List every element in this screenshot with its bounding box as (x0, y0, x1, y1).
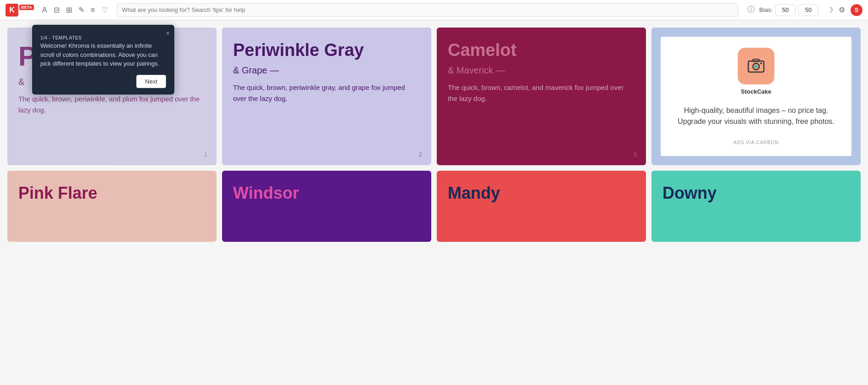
logo-area: K BETA (6, 4, 34, 17)
card-1-number: 1 (204, 151, 207, 158)
ad-logo (738, 48, 774, 84)
tooltip-close-button[interactable]: × (166, 29, 170, 37)
bias-input-1[interactable] (775, 4, 796, 16)
bias-label: Bias: (759, 6, 773, 13)
logo-k[interactable]: K (6, 4, 18, 17)
ad-inner[interactable]: StockCake High-quality, beautiful images… (661, 37, 851, 156)
settings-icon[interactable]: ⚙ (839, 6, 845, 14)
card-1-body: The quick, brown, periwinkle, and plum f… (18, 94, 206, 116)
color-card-3[interactable]: Camelot & Maverick — The quick, brown, c… (437, 28, 646, 165)
card-2-body: The quick, brown, periwinkle gray, and g… (233, 82, 420, 104)
color-card-ad: StockCake High-quality, beautiful images… (651, 28, 861, 165)
bottom-card-pink-flare[interactable]: Pink Flare (7, 171, 217, 242)
windsor-title: Windsor (233, 184, 420, 202)
svg-point-5 (760, 62, 762, 64)
tooltip-popup: 1/4 - TEMPLATES × Welcome! Khroma is ess… (32, 25, 174, 95)
search-input[interactable] (117, 3, 738, 17)
downy-title: Downy (662, 184, 850, 202)
card-3-title: Camelot (448, 40, 635, 61)
tooltip-step: 1/4 - TEMPLATES (40, 35, 82, 40)
heart-icon[interactable]: ♡ (101, 6, 108, 14)
dark-mode-icon[interactable]: ☽ (827, 6, 833, 14)
bottom-card-mandy[interactable]: Mandy (437, 171, 646, 242)
bias-input-2[interactable] (798, 4, 818, 16)
bottom-card-windsor[interactable]: Windsor (222, 171, 431, 242)
bias-section: Bias: (759, 4, 818, 16)
ad-footer: ADS VIA CARBON (734, 140, 779, 145)
pink-flare-title: Pink Flare (18, 184, 206, 202)
nav-icons: A ⊟ ⊞ ✎ ≡ ♡ (42, 6, 108, 14)
top-nav: K BETA A ⊟ ⊞ ✎ ≡ ♡ ⓘ Bias: ☽ ⚙ S (0, 0, 868, 20)
svg-point-3 (755, 65, 757, 68)
tooltip-message: Welcome! Khroma is essentially an infini… (40, 41, 166, 68)
bottom-grid: Pink Flare Windsor Mandy Downy (7, 171, 861, 242)
tooltip-footer: Next (40, 75, 166, 88)
beta-badge: BETA (19, 5, 34, 10)
info-icon[interactable]: ⓘ (747, 5, 755, 15)
list-icon[interactable]: ≡ (91, 6, 95, 14)
ad-text: High-quality, beautiful images – no pric… (670, 97, 842, 135)
card-2-title: Periwinkle Gray (233, 40, 420, 61)
avatar[interactable]: S (851, 4, 862, 16)
layout-icon[interactable]: ⊟ (54, 6, 60, 14)
card-3-body: The quick, brown, camelot, and maverick … (448, 82, 635, 104)
mandy-title: Mandy (448, 184, 635, 202)
bottom-card-downy[interactable]: Downy (651, 171, 861, 242)
ad-brand-name: StockCake (741, 88, 771, 95)
pen-icon[interactable]: ✎ (78, 6, 84, 14)
card-2-subtitle: & Grape — (233, 65, 420, 76)
right-icons: ☽ ⚙ S (827, 4, 862, 16)
card-3-subtitle: & Maverick — (448, 65, 635, 76)
font-icon[interactable]: A (42, 6, 47, 14)
card-2-number: 2 (419, 151, 422, 158)
next-button[interactable]: Next (136, 75, 166, 88)
card-3-number: 3 (634, 151, 637, 158)
grid-icon[interactable]: ⊞ (66, 6, 72, 14)
color-card-2[interactable]: Periwinkle Gray & Grape — The quick, bro… (222, 28, 431, 165)
main-content: 1/4 - TEMPLATES × Welcome! Khroma is ess… (0, 20, 868, 249)
